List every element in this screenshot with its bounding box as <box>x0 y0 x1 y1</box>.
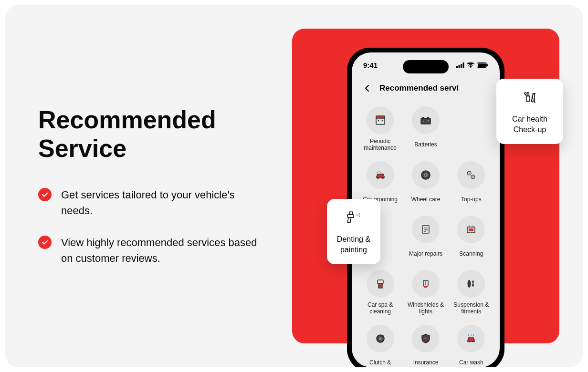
svg-point-61 <box>357 214 358 215</box>
service-top-ups[interactable]: Top-ups <box>450 158 493 209</box>
windshield-icon <box>412 270 440 298</box>
svg-rect-51 <box>526 96 530 101</box>
maintenance-icon <box>367 106 394 134</box>
svg-rect-52 <box>527 93 529 96</box>
service-periodic-maintenance[interactable]: Periodic maintenance <box>358 103 402 155</box>
dynamic-island <box>403 60 449 73</box>
clutch-icon <box>367 325 394 352</box>
svg-point-63 <box>359 213 360 214</box>
bullet-list: Get services tailored to your vehicle's … <box>38 187 263 266</box>
svg-point-27 <box>472 176 473 177</box>
floating-card-denting-painting[interactable]: Denting & painting <box>327 199 380 264</box>
svg-point-19 <box>378 171 379 172</box>
battery-icon <box>477 62 488 68</box>
feature-card: Recommended Service Get services tailore… <box>5 5 583 367</box>
svg-point-47 <box>472 341 474 342</box>
service-wheel-care[interactable]: Wheel care <box>404 158 447 209</box>
service-major-repairs[interactable]: Major repairs <box>404 213 447 263</box>
svg-rect-13 <box>427 117 429 118</box>
bullet-text: Get services tailored to your vehicle's … <box>61 187 263 218</box>
screen-header: Recommended servi <box>352 69 500 102</box>
svg-point-65 <box>359 216 360 217</box>
suspension-icon <box>457 270 485 298</box>
svg-rect-12 <box>422 117 424 118</box>
left-panel: Recommended Service Get services tailore… <box>38 106 292 266</box>
status-icons <box>456 62 488 68</box>
svg-point-41 <box>468 280 471 288</box>
svg-point-17 <box>382 177 384 179</box>
service-label: Insurance <box>413 356 439 367</box>
svg-point-23 <box>425 174 427 176</box>
spa-icon <box>367 270 394 298</box>
svg-rect-58 <box>347 215 354 217</box>
car-health-icon <box>520 88 539 107</box>
service-label: Wheel care <box>411 193 441 206</box>
floating-label: Car health Check-up <box>504 114 556 134</box>
svg-rect-39 <box>424 286 427 288</box>
svg-rect-36 <box>378 280 383 284</box>
service-label: Major repairs <box>409 247 442 260</box>
service-scanning[interactable]: Scanning <box>450 213 493 263</box>
service-label: Batteries <box>414 138 437 151</box>
svg-point-62 <box>357 216 358 217</box>
svg-rect-8 <box>376 116 385 118</box>
service-label: Scanning <box>459 247 483 260</box>
svg-point-18 <box>377 172 378 173</box>
svg-point-46 <box>469 341 471 342</box>
svg-rect-5 <box>478 63 486 67</box>
wheel-icon <box>412 161 440 189</box>
service-label: Periodic maintenance <box>359 138 401 152</box>
service-batteries[interactable]: -+ Batteries <box>404 103 447 155</box>
back-button[interactable] <box>360 82 374 95</box>
screen-title: Recommended servi <box>379 83 459 93</box>
svg-point-9 <box>378 120 379 122</box>
svg-rect-2 <box>461 64 462 68</box>
svg-point-60 <box>356 215 357 216</box>
svg-point-10 <box>381 120 383 122</box>
svg-rect-0 <box>456 66 458 68</box>
service-label: Car spa & cleaning <box>359 301 401 315</box>
repairs-icon <box>412 216 440 243</box>
bullet-item: View highly recommended services based o… <box>38 235 263 266</box>
svg-point-16 <box>377 177 379 179</box>
service-windshields[interactable]: Windshields & lights <box>404 267 447 318</box>
feature-title: Recommended Service <box>38 106 263 163</box>
topups-icon <box>457 161 485 189</box>
status-time: 9:41 <box>363 61 378 69</box>
service-label: Car wash <box>459 356 483 367</box>
svg-rect-1 <box>459 65 460 68</box>
service-label: Windshields & lights <box>405 301 446 315</box>
svg-point-45 <box>383 335 384 336</box>
svg-rect-37 <box>378 284 382 288</box>
service-suspension[interactable]: Suspension & fitments <box>450 267 493 318</box>
bullet-item: Get services tailored to your vehicle's … <box>38 187 263 218</box>
svg-point-53 <box>525 93 526 94</box>
insurance-icon <box>412 325 440 352</box>
service-label: Clutch & <box>369 356 391 367</box>
paint-gun-icon <box>344 208 363 227</box>
svg-line-54 <box>525 94 526 96</box>
svg-text:+: + <box>427 119 429 123</box>
svg-point-44 <box>379 337 382 340</box>
svg-rect-6 <box>487 64 488 66</box>
svg-rect-3 <box>463 62 464 68</box>
signal-icon <box>456 62 464 68</box>
carwash-icon <box>457 325 485 352</box>
service-label: Top-ups <box>461 193 482 206</box>
service-car-wash[interactable]: Car wash <box>450 322 493 367</box>
bullet-text: View highly recommended services based o… <box>61 235 263 266</box>
svg-rect-59 <box>350 212 352 214</box>
floating-label: Denting & painting <box>335 234 373 255</box>
service-car-spa[interactable]: Car spa & cleaning <box>358 267 402 318</box>
svg-point-64 <box>359 215 360 216</box>
floating-card-car-health[interactable]: Car health Check-up <box>496 79 563 144</box>
svg-rect-7 <box>376 118 385 124</box>
service-label: Suspension & fitments <box>451 301 492 315</box>
svg-point-26 <box>469 173 470 174</box>
grooming-icon <box>367 161 394 189</box>
svg-rect-33 <box>469 228 473 231</box>
service-insurance[interactable]: Insurance <box>404 322 447 367</box>
check-icon <box>38 188 52 201</box>
wifi-icon <box>467 62 474 68</box>
service-clutch[interactable]: Clutch & <box>358 322 402 367</box>
